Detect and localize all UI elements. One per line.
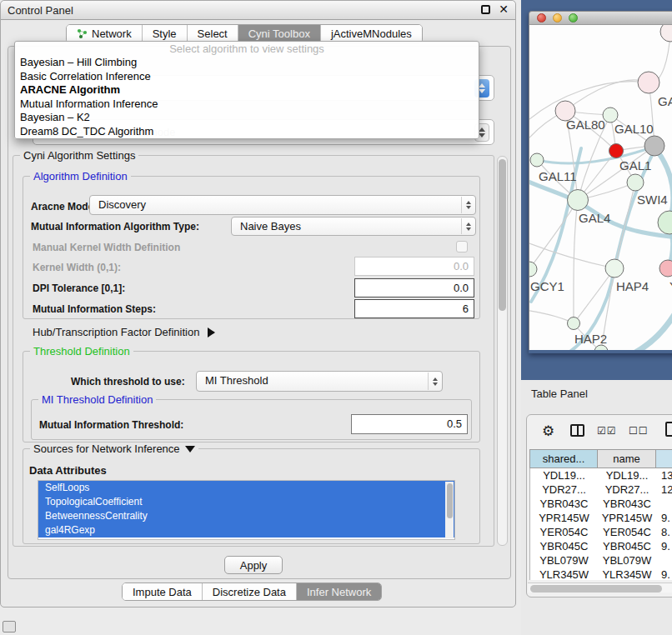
network-node[interactable] bbox=[568, 190, 589, 211]
which-threshold-label: Which threshold to use: bbox=[71, 376, 185, 388]
network-node[interactable] bbox=[568, 318, 580, 330]
attribute-item-selfloops[interactable]: SelfLoops bbox=[38, 481, 454, 495]
sources-title-text: Sources for Network Inference bbox=[33, 442, 180, 455]
network-window-titlebar[interactable] bbox=[529, 11, 672, 25]
tab-jactivemnodules[interactable]: jActiveMNodules bbox=[321, 25, 422, 42]
network-node[interactable] bbox=[659, 260, 672, 277]
data-attributes-label: Data Attributes bbox=[29, 464, 107, 477]
network-node[interactable] bbox=[605, 259, 624, 278]
network-edge-weighted[interactable] bbox=[529, 179, 672, 238]
collapsed-panel-icon[interactable] bbox=[3, 621, 16, 632]
minimize-traffic-light-icon[interactable] bbox=[553, 13, 562, 22]
table-row[interactable]: YBR045CYBR045C9. bbox=[530, 539, 672, 553]
node-label-gal4: GAL4 bbox=[579, 211, 610, 225]
table-horizontal-scrollbar[interactable] bbox=[528, 582, 672, 592]
column-header-shared[interactable]: shared... bbox=[530, 450, 598, 468]
network-view-window: GALGAL80GAL10GAL1GAL11GAL4SWI4GCY1HAP4YH… bbox=[529, 11, 672, 353]
network-canvas[interactable]: GALGAL80GAL10GAL1GAL11GAL4SWI4GCY1HAP4YH… bbox=[529, 25, 672, 350]
node-label-gal10: GAL10 bbox=[614, 122, 654, 136]
deselect-all-columns-icon[interactable]: ☐☐ bbox=[629, 425, 649, 437]
sources-group-title[interactable]: Sources for Network Inference bbox=[30, 442, 198, 455]
mi-steps-field[interactable]: 6 bbox=[354, 299, 474, 318]
algorithm-option-bayesian-k2[interactable]: Bayesian – K2 bbox=[15, 111, 479, 125]
table-row[interactable]: YPR145WYPR145W9. bbox=[530, 511, 672, 525]
which-threshold-combo[interactable]: MI Threshold bbox=[196, 371, 443, 392]
tab-select[interactable]: Select bbox=[188, 25, 238, 42]
column-header-a[interactable]: A bbox=[656, 450, 672, 468]
table-cell: YDR27... bbox=[530, 482, 598, 497]
network-node[interactable] bbox=[530, 153, 544, 167]
network-edge[interactable] bbox=[574, 200, 578, 323]
hub-definition-toggle[interactable]: Hub/Transcription Factor Definition bbox=[33, 326, 215, 338]
dpi-tolerance-field[interactable]: 0.0 bbox=[354, 278, 474, 298]
network-edge[interactable] bbox=[529, 310, 574, 323]
expand-right-icon bbox=[208, 328, 215, 338]
algorithm-option-basic-correlation-inference[interactable]: Basic Correlation Inference bbox=[15, 70, 479, 84]
table-row[interactable]: YBR043CYBR043C bbox=[530, 497, 672, 511]
column-header-name[interactable]: name bbox=[598, 450, 656, 468]
settings-vertical-scrollbar[interactable] bbox=[497, 156, 508, 546]
zoom-traffic-light-icon[interactable] bbox=[569, 13, 578, 22]
network-node[interactable] bbox=[660, 25, 672, 42]
columns-icon[interactable] bbox=[570, 424, 584, 437]
node-label-gal80: GAL80 bbox=[566, 118, 605, 132]
algorithm-option-dream8-dc-tdc-algorithm[interactable]: Dream8 DC_TDC Algorithm bbox=[15, 125, 479, 139]
control-panel-titlebar[interactable]: Control Panel ✕ bbox=[1, 1, 515, 20]
tab-style[interactable]: Style bbox=[143, 25, 188, 42]
attribute-item-betweennesscentrality[interactable]: BetweennessCentrality bbox=[38, 509, 454, 523]
network-node[interactable] bbox=[627, 174, 644, 191]
network-node[interactable] bbox=[658, 211, 672, 234]
tab-network[interactable]: Network bbox=[67, 25, 143, 42]
aracne-mode-combo[interactable]: Discovery bbox=[89, 195, 476, 215]
mi-threshold-definition-title: MI Threshold Definition bbox=[38, 393, 156, 406]
data-attributes-list[interactable]: SelfLoopsTopologicalCoefficientBetweenne… bbox=[38, 480, 455, 540]
tab-cyni-toolbox[interactable]: Cyni Toolbox bbox=[238, 25, 321, 42]
table-row[interactable]: YER054CYER054C8. bbox=[530, 525, 672, 539]
kernel-width-field[interactable]: 0.0 bbox=[354, 257, 474, 276]
table-row[interactable]: YDR27...YDR27...12 bbox=[530, 482, 672, 497]
attribute-item-gal4rgexp[interactable]: gal4RGexp bbox=[38, 523, 454, 538]
hub-definition-label: Hub/Transcription Factor Definition bbox=[33, 326, 199, 338]
algorithm-option-aracne-algorithm[interactable]: ARACNE Algorithm bbox=[15, 83, 479, 98]
table-cell: YLR345W bbox=[598, 568, 656, 580]
algorithm-popup-list: Select algorithm to view settings Bayesi… bbox=[14, 41, 479, 139]
attribute-item-topologicalcoefficient[interactable]: TopologicalCoefficient bbox=[38, 495, 454, 509]
scrollbar-thumb[interactable] bbox=[530, 585, 662, 592]
mi-algorithm-type-combo[interactable]: Naive Bayes bbox=[231, 217, 476, 236]
table-cell: YDL19... bbox=[530, 468, 598, 482]
apply-button[interactable]: Apply bbox=[224, 556, 283, 574]
mi-algorithm-type-label: Mutual Information Algorithm Type: bbox=[31, 221, 199, 232]
combo-spinner-icon bbox=[461, 218, 474, 234]
attributes-scrollbar[interactable] bbox=[445, 482, 454, 538]
table-row[interactable]: YBL079WYBL079W bbox=[530, 553, 672, 568]
select-all-columns-icon[interactable]: ☑☑ bbox=[597, 425, 617, 437]
algorithm-option-bayesian-hill-climbing[interactable]: Bayesian – Hill Climbing bbox=[15, 56, 479, 70]
table-cell: YBR045C bbox=[598, 539, 656, 553]
network-node[interactable] bbox=[638, 72, 659, 93]
table-cell: YBR045C bbox=[530, 539, 598, 553]
table-row[interactable]: YDL19...YDL19...13 bbox=[530, 468, 672, 482]
table-row[interactable]: YLR345WYLR345W9. bbox=[530, 568, 672, 580]
network-node[interactable] bbox=[644, 136, 664, 156]
network-edge[interactable] bbox=[529, 243, 614, 268]
tab-discretize-data[interactable]: Discretize Data bbox=[203, 583, 297, 600]
control-panel-window: Control Panel ✕ NetworkStyleSelectCyni T… bbox=[0, 0, 516, 608]
network-node[interactable] bbox=[529, 262, 537, 277]
close-icon[interactable]: ✕ bbox=[499, 2, 509, 16]
network-edge[interactable] bbox=[565, 80, 649, 111]
network-edge-weighted[interactable] bbox=[628, 303, 672, 350]
tab-infer-network[interactable]: Infer Network bbox=[297, 583, 381, 600]
tab-label: jActiveMNodules bbox=[331, 28, 412, 40]
mi-threshold-field[interactable]: 0.5 bbox=[351, 414, 468, 434]
tab-impute-data[interactable]: Impute Data bbox=[123, 583, 203, 600]
manual-kernel-width-checkbox[interactable] bbox=[456, 241, 468, 252]
export-table-icon[interactable] bbox=[665, 422, 672, 437]
network-node[interactable] bbox=[609, 144, 624, 158]
table-cell: 9. bbox=[656, 568, 672, 580]
algorithm-option-mutual-information-inference[interactable]: Mutual Information Inference bbox=[15, 98, 479, 112]
gear-icon[interactable]: ⚙ bbox=[542, 422, 554, 439]
float-window-icon[interactable] bbox=[481, 5, 490, 14]
scrollbar-thumb[interactable] bbox=[499, 159, 506, 311]
close-traffic-light-icon[interactable] bbox=[537, 13, 546, 22]
tab-label: Select bbox=[198, 28, 228, 40]
